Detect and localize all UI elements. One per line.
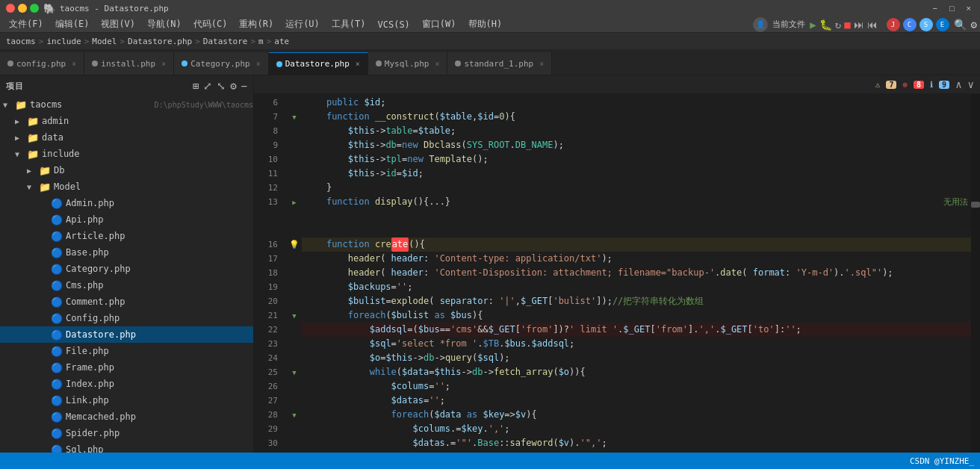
tree-item-data[interactable]: ▶ 📁 data (0, 129, 253, 146)
minimap[interactable] (971, 94, 980, 453)
tab-close-datastore[interactable]: × (356, 60, 360, 68)
sidebar-icon-expand[interactable]: ⤢ (203, 80, 212, 92)
fold-icon-25[interactable]: ▼ (292, 369, 296, 376)
tree-item-api-php[interactable]: 🔵 Api.php (0, 211, 253, 228)
fold-icon-7[interactable]: ▼ (292, 114, 296, 121)
gutter-25[interactable]: ▼ (287, 365, 302, 379)
tree-item-db[interactable]: ▶ 📁 Db (0, 162, 253, 178)
breadcrumb-include[interactable]: include (46, 37, 81, 46)
tree-item-taocms[interactable]: ▼ 📁 taocms D:\phpStudy\WWW\taocms (0, 96, 253, 113)
breadcrumb-datastore[interactable]: Datastore (203, 37, 248, 46)
breadcrumb-taocms[interactable]: taocms (6, 37, 36, 46)
current-file-label[interactable]: 当前文件 (772, 19, 805, 30)
tree-item-admin-php[interactable]: 🔵 Admin.php (0, 195, 253, 211)
tree-item-include[interactable]: ▼ 📁 include (0, 146, 253, 162)
minimize-window-button[interactable] (18, 4, 27, 13)
menu-view[interactable]: 视图(V) (95, 16, 141, 32)
tree-item-article-php[interactable]: 🔵 Article.php (0, 228, 253, 244)
gutter-28[interactable]: ▼ (287, 408, 302, 422)
tree-item-link-php[interactable]: 🔵 Link.php (0, 392, 253, 409)
expand-icon[interactable]: ∧ (955, 78, 961, 90)
maximize-window-button[interactable] (30, 4, 39, 13)
menu-tools[interactable]: 工具(T) (326, 16, 372, 32)
tree-item-index-php[interactable]: 🔵 Index.php (0, 376, 253, 392)
breadcrumb-datastore-php[interactable]: Datastore.php (128, 37, 192, 46)
sidebar-icon-hide[interactable]: − (241, 80, 247, 92)
run-button[interactable]: ▶ (810, 19, 816, 31)
sidebar-icon-collapse[interactable]: ⤡ (217, 80, 226, 92)
scrollbar-thumb[interactable] (971, 202, 980, 208)
fold-icon-21[interactable]: ▼ (292, 312, 296, 320)
tab-close-mysql[interactable]: × (435, 60, 439, 68)
fold-icon-13[interactable]: ▶ (292, 199, 296, 206)
tree-item-cms-php[interactable]: 🔵 Cms.php (0, 277, 253, 293)
settings-icon[interactable]: ⚙ (971, 19, 977, 31)
tree-item-category-php[interactable]: 🔵 Category.php (0, 261, 253, 277)
tab-close-standard[interactable]: × (539, 60, 544, 68)
sidebar-icon-layout[interactable]: ⊞ (193, 80, 199, 92)
gutter-7[interactable]: ▼ (287, 110, 302, 124)
menu-edit[interactable]: 编辑(E) (49, 16, 96, 32)
user-avatar[interactable]: 👤 (753, 17, 768, 32)
title-bar-controls[interactable]: − □ × (929, 4, 974, 13)
tree-item-file-php[interactable]: 🔵 File.php (0, 343, 253, 359)
tab-mysql[interactable]: Mysql.php × (368, 52, 448, 75)
tree-item-config-php[interactable]: 🔵 Config.php (0, 310, 253, 326)
menu-code[interactable]: 代码(C) (187, 16, 234, 32)
extra-btn[interactable]: ⏮ (867, 19, 878, 31)
menu-navigate[interactable]: 导航(N) (141, 16, 187, 32)
breadcrumb-m[interactable]: m (258, 37, 264, 46)
tree-item-admin[interactable]: ▶ 📁 admin (0, 113, 253, 129)
tab-install[interactable]: install.php × (84, 52, 174, 75)
menu-help[interactable]: 帮助(H) (462, 16, 509, 32)
debug-button[interactable]: 🐛 (819, 19, 832, 31)
tab-datastore[interactable]: Datastore.php × (269, 52, 368, 75)
tab-dot-install (92, 60, 98, 66)
collapse-icon[interactable]: ∨ (968, 78, 974, 90)
tree-item-memcached-php[interactable]: 🔵 Memcached.php (0, 409, 253, 425)
tree-item-sql-php[interactable]: 🔵 Sql.php (0, 441, 253, 453)
tab-close-install[interactable]: × (161, 60, 166, 68)
refresh-button[interactable]: ↻ (835, 19, 841, 31)
tab-close-config[interactable]: × (72, 60, 76, 68)
tab-standard[interactable]: standard_1.php × (447, 52, 552, 75)
safari-icon[interactable]: S (919, 18, 933, 31)
tree-item-comment-php[interactable]: 🔵 Comment.php (0, 293, 253, 310)
gutter-21[interactable]: ▼ (287, 308, 302, 323)
min-btn[interactable]: − (929, 4, 940, 13)
edge-icon[interactable]: E (936, 18, 949, 31)
code-area[interactable]: public $id; function __construct($table,… (302, 94, 971, 453)
menu-refactor[interactable]: 重构(R) (233, 16, 279, 32)
chrome-icon[interactable]: C (903, 18, 917, 31)
step-button[interactable]: ⏭ (854, 19, 864, 31)
tab-label-install: install.php (101, 59, 155, 69)
tree-item-datastore-php[interactable]: 🔵 Datastore.php (0, 326, 253, 343)
tree-item-spider-php[interactable]: 🔵 Spider.php (0, 425, 253, 441)
sidebar-toolbar[interactable]: ⊞ ⤢ ⤡ ⚙ − (193, 80, 247, 92)
gutter-16[interactable]: 💡 (287, 237, 302, 252)
tree-item-model[interactable]: ▼ 📁 Model (0, 178, 253, 195)
gutter-9 (287, 138, 302, 152)
tree-item-frame-php[interactable]: 🔵 Frame.php (0, 359, 253, 376)
gutter-13[interactable]: ▶ (287, 195, 302, 209)
menu-vcs[interactable]: VCS(S) (372, 18, 416, 31)
stop-button[interactable]: ■ (844, 19, 850, 31)
menu-window[interactable]: 窗口(W) (416, 16, 462, 32)
jetbrains-icon[interactable]: J (887, 18, 900, 31)
close-window-button[interactable] (6, 4, 15, 13)
menu-run[interactable]: 运行(U) (279, 16, 326, 32)
tab-config[interactable]: config.php × (0, 52, 84, 75)
menu-file[interactable]: 文件(F) (3, 16, 49, 32)
fold-icon-28[interactable]: ▼ (292, 411, 296, 419)
sidebar-icon-settings[interactable]: ⚙ (230, 80, 236, 92)
breadcrumb-model[interactable]: Model (92, 37, 117, 46)
close-btn[interactable]: × (964, 4, 974, 13)
line-num-8: 8 (254, 124, 281, 138)
tree-item-base-php[interactable]: 🔵 Base.php (0, 244, 253, 261)
breadcrumb-ate[interactable]: ate (274, 37, 289, 46)
window-controls[interactable] (6, 4, 39, 13)
max-btn[interactable]: □ (946, 4, 958, 13)
tab-close-category[interactable]: × (256, 60, 261, 68)
search-icon[interactable]: 🔍 (954, 19, 967, 31)
tab-category[interactable]: Category.php × (174, 52, 269, 75)
